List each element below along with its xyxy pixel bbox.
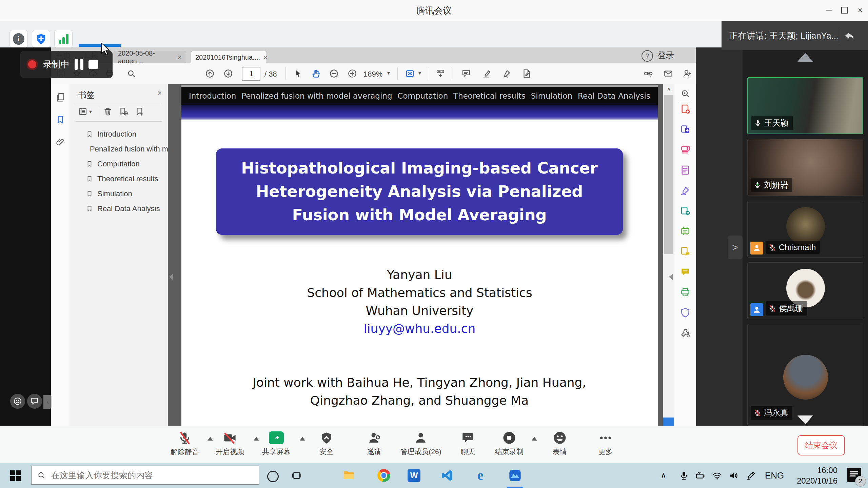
edit-pdf-icon[interactable]: [680, 144, 691, 155]
tab-close-icon[interactable]: ×: [263, 54, 268, 61]
bookmark-options-icon[interactable]: [78, 106, 88, 117]
participant-tile[interactable]: 侯禹珊: [747, 262, 863, 319]
comment-icon[interactable]: [461, 68, 471, 79]
request-comments-icon[interactable]: [680, 246, 691, 257]
hand-tool-icon[interactable]: [311, 68, 321, 79]
fit-caret-icon[interactable]: ▾: [418, 70, 421, 76]
highlighter-icon[interactable]: [482, 68, 492, 79]
email-icon[interactable]: [663, 68, 673, 79]
zoom-in-icon[interactable]: [347, 68, 357, 79]
more-button[interactable]: 更多: [580, 430, 631, 456]
search-input[interactable]: [51, 470, 242, 481]
tray-volume-icon[interactable]: [728, 470, 738, 481]
start-button[interactable]: [5, 463, 25, 488]
chrome-icon[interactable]: [376, 468, 391, 483]
create-form-icon[interactable]: [680, 165, 691, 176]
task-view-icon[interactable]: [292, 470, 302, 481]
delete-bookmark-icon[interactable]: [103, 106, 113, 117]
emoji-button[interactable]: 表情: [534, 430, 585, 456]
tray-language[interactable]: ENG: [765, 463, 784, 488]
tray-battery-icon[interactable]: [695, 470, 705, 481]
vscode-icon[interactable]: [440, 468, 455, 483]
select-tool-icon[interactable]: [292, 68, 302, 79]
add-bookmark-icon[interactable]: [118, 106, 129, 117]
quick-chat-button[interactable]: [27, 394, 42, 409]
attachments-icon[interactable]: [55, 137, 65, 147]
bookmarks-panel-icon[interactable]: [55, 115, 65, 125]
collapse-left-panel-icon[interactable]: [169, 274, 173, 280]
stop-recording-button[interactable]: [88, 60, 98, 69]
quick-panel-collapse-handle[interactable]: ‹: [43, 395, 52, 409]
slide-email-link[interactable]: liuyy@whu.edu.cn: [181, 320, 658, 338]
meeting-info-button[interactable]: i: [9, 30, 28, 48]
send-for-review-icon[interactable]: [680, 205, 691, 216]
bookmark-item[interactable]: Theoretical results: [70, 171, 168, 186]
fill-sign-icon[interactable]: [680, 185, 691, 196]
scroll-up-icon[interactable]: ∧: [663, 84, 674, 94]
protect-icon[interactable]: [680, 307, 691, 318]
bookmark-item[interactable]: Penalized fusion with mode: [70, 142, 168, 157]
manage-members-button[interactable]: 管理成员(26): [395, 430, 446, 456]
taskbar-search[interactable]: [31, 466, 259, 485]
search-icon[interactable]: [126, 68, 136, 79]
document-scrollbar[interactable]: ∧: [663, 84, 674, 426]
goto-bookmark-icon[interactable]: [135, 106, 145, 117]
tray-clock[interactable]: 16:00 2020/10/16: [790, 465, 837, 486]
invite-button[interactable]: 邀请: [349, 430, 400, 456]
unmute-button[interactable]: 解除静音: [159, 430, 210, 456]
sign-icon[interactable]: [502, 68, 512, 79]
quick-emoji-button[interactable]: [10, 394, 25, 409]
zoom-level[interactable]: 189%: [363, 70, 382, 79]
maximize-button[interactable]: [837, 0, 852, 20]
collapse-rail-icon[interactable]: [669, 274, 673, 280]
previous-page-icon[interactable]: [205, 68, 215, 79]
pause-recording-button[interactable]: [75, 59, 83, 70]
start-video-button[interactable]: 开启视频: [204, 430, 255, 456]
end-meeting-button[interactable]: 结束会议: [797, 435, 845, 455]
zoom-out-icon[interactable]: [329, 68, 339, 79]
network-signal-button[interactable]: [54, 30, 73, 48]
meeting-security-button[interactable]: [32, 30, 50, 48]
toolbar-collapse-icon[interactable]: [435, 68, 446, 79]
close-button[interactable]: ×: [852, 0, 868, 20]
cortana-icon[interactable]: [267, 471, 279, 482]
stop-recording-button[interactable]: 结束录制: [484, 430, 535, 456]
scan-ocr-icon[interactable]: [680, 226, 691, 237]
tray-wifi-icon[interactable]: [712, 470, 722, 481]
comment-tool-icon[interactable]: [680, 266, 691, 277]
bookmark-item[interactable]: Simulation: [70, 186, 168, 201]
tray-pen-icon[interactable]: [746, 470, 756, 481]
security-button[interactable]: 安全: [301, 430, 352, 456]
share-screen-button[interactable]: 共享屏幕: [251, 430, 302, 456]
page-thumbnails-icon[interactable]: [55, 92, 65, 102]
login-button[interactable]: 登录: [658, 47, 674, 63]
minimize-button[interactable]: [821, 0, 837, 20]
create-pdf-icon[interactable]: [680, 104, 691, 115]
more-tools-icon[interactable]: [680, 327, 691, 338]
tab-close-icon[interactable]: ×: [178, 54, 182, 61]
help-button[interactable]: ?: [642, 50, 653, 62]
person-add-icon[interactable]: [682, 68, 692, 79]
tray-expand-icon[interactable]: ∧: [660, 463, 667, 488]
scroll-participants-down-icon[interactable]: [797, 415, 813, 424]
link-icon[interactable]: [643, 68, 653, 79]
page-edit-icon[interactable]: [521, 68, 532, 79]
participant-tile[interactable]: Chrismath: [747, 201, 863, 258]
bookmark-item[interactable]: Computation: [70, 157, 168, 171]
reply-arrow-icon[interactable]: [843, 29, 855, 42]
bookmark-item[interactable]: Introduction: [70, 127, 168, 142]
file-explorer-icon[interactable]: [341, 468, 356, 483]
scroll-participants-up-icon[interactable]: [797, 53, 813, 62]
tencent-meeting-icon[interactable]: [508, 468, 522, 483]
next-page-icon[interactable]: [223, 68, 233, 79]
ie-icon[interactable]: e: [473, 468, 488, 483]
bookmark-options-caret-icon[interactable]: ▾: [89, 108, 92, 115]
participant-tile[interactable]: 刘妍岩: [747, 139, 863, 196]
document-tab[interactable]: 2020-05-08-appen... ×: [114, 51, 186, 63]
scrollbar-thumb[interactable]: [664, 95, 673, 254]
word-icon[interactable]: W: [407, 468, 421, 483]
tray-mic-icon[interactable]: [679, 470, 689, 481]
bookmark-item[interactable]: Real Data Analysis: [70, 201, 168, 216]
export-pdf-icon[interactable]: [680, 124, 691, 135]
print-production-icon[interactable]: [680, 287, 691, 298]
